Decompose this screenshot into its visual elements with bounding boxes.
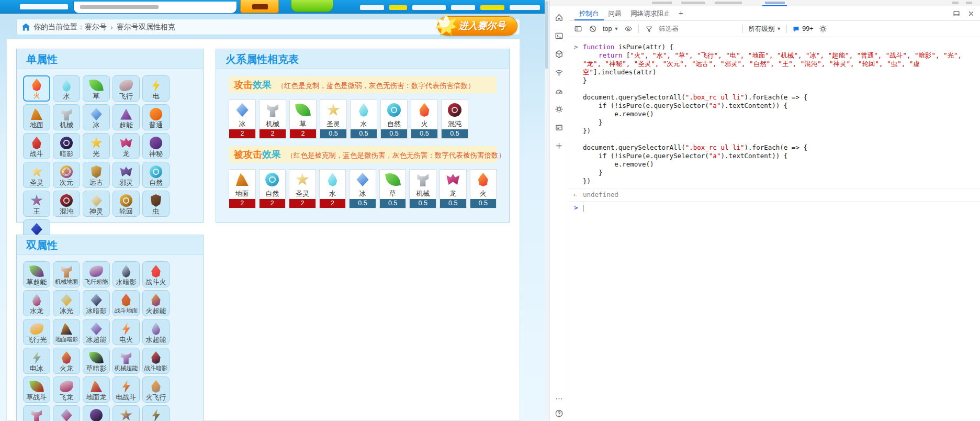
type-icon-wrap: [320, 100, 346, 120]
dual-type-tile[interactable]: 战斗地面: [112, 290, 140, 316]
single-type-tile[interactable]: 机械: [53, 104, 80, 130]
dual-type-tile[interactable]: 火超能: [142, 290, 170, 316]
nav-link-clipped[interactable]: [480, 5, 504, 10]
console-settings-gear-icon[interactable]: [818, 24, 828, 34]
dual-type-tile[interactable]: 水超能: [142, 319, 170, 345]
nav-link-clipped[interactable]: [412, 5, 446, 10]
single-type-tile[interactable]: 神灵: [83, 191, 110, 217]
single-type-tile[interactable]: 王: [23, 191, 50, 217]
type-label: 飞龙: [60, 393, 73, 401]
nav-link-clipped[interactable]: [360, 5, 384, 10]
3d-view-icon[interactable]: [555, 49, 564, 59]
dual-type-tile[interactable]: 冰光: [53, 290, 80, 316]
single-type-tile[interactable]: 飞行: [112, 75, 140, 102]
drawer-tab-inactive[interactable]: 问题: [604, 6, 626, 20]
single-type-tile[interactable]: 草: [83, 75, 110, 102]
dual-type-tile[interactable]: 战斗火: [142, 261, 170, 287]
dual-type-tile[interactable]: 冰超能: [83, 319, 110, 345]
help-icon[interactable]: [555, 408, 564, 418]
home-icon[interactable]: [555, 13, 564, 22]
dual-type-tile[interactable]: 神秘暗影: [83, 405, 110, 421]
dual-type-tile[interactable]: 电战斗: [112, 376, 140, 403]
nav-link-clipped[interactable]: [451, 5, 475, 10]
console-code-line: }): [583, 177, 976, 185]
dual-type-tile[interactable]: 电暗影: [142, 405, 170, 421]
console-icon[interactable]: [555, 31, 564, 40]
dual-type-tile[interactable]: 水龙: [23, 290, 50, 316]
drawer-tab-active[interactable]: 控制台: [575, 6, 604, 20]
single-type-tile[interactable]: 远古: [83, 162, 110, 188]
single-type-tile[interactable]: 虫: [142, 191, 170, 217]
type-label: 火: [470, 190, 497, 199]
dual-type-tile[interactable]: 冰龙: [53, 405, 80, 421]
type-label: 暗影: [60, 150, 73, 158]
single-type-tile[interactable]: 电: [142, 75, 170, 102]
dual-type-tile[interactable]: 电火: [112, 319, 140, 345]
single-type-tile[interactable]: 普通: [142, 104, 170, 130]
single-type-tile[interactable]: 暗影: [53, 133, 80, 159]
dual-type-tile[interactable]: 地面暗影: [53, 319, 80, 345]
console-sidebar-toggle-icon[interactable]: [573, 24, 583, 34]
dual-type-tile[interactable]: 地面龙: [83, 376, 110, 403]
dual-type-tile[interactable]: 机械龙: [23, 405, 50, 421]
log-level-selector[interactable]: 所有级别 ▼: [748, 25, 781, 34]
console-output[interactable]: > function isPure(attr) { return ["火", "…: [569, 37, 980, 421]
messages-badge[interactable]: 99+: [792, 25, 813, 33]
dual-type-tile[interactable]: 光神秘: [112, 405, 140, 421]
dual-type-tile[interactable]: 火龙: [53, 348, 80, 374]
storage-icon[interactable]: [555, 123, 564, 132]
network-icon[interactable]: [555, 68, 564, 77]
breadcrumb-link-seer[interactable]: 赛尔号: [85, 23, 107, 32]
nav-link-clipped[interactable]: [510, 5, 540, 10]
dual-type-tile[interactable]: 电冰: [23, 348, 50, 374]
single-type-tile[interactable]: 火: [23, 75, 50, 102]
dual-type-tile[interactable]: 机械地面: [53, 261, 80, 287]
single-type-tile[interactable]: 神秘: [142, 133, 170, 159]
close-icon[interactable]: [966, 9, 976, 18]
dual-type-tile[interactable]: 飞行光: [23, 319, 50, 345]
single-type-tile[interactable]: 光: [83, 133, 110, 159]
execution-context-selector[interactable]: top ▼: [603, 25, 618, 32]
single-type-tile[interactable]: 冰: [83, 104, 110, 130]
page-scrollbar[interactable]: [545, 0, 549, 421]
single-type-tile[interactable]: 轮回: [112, 191, 140, 217]
single-type-tile[interactable]: 龙: [112, 133, 140, 159]
filter-input[interactable]: [659, 25, 737, 32]
dual-type-tile[interactable]: 草超能: [23, 261, 50, 287]
search-button[interactable]: [240, 0, 279, 13]
console-prompt[interactable]: >: [569, 202, 980, 212]
type-label: 冰光: [60, 307, 73, 315]
search-input[interactable]: [73, 2, 237, 14]
single-type-tile[interactable]: 地面: [23, 104, 50, 130]
single-type-tile[interactable]: 水: [53, 75, 80, 102]
dual-type-tile[interactable]: 水暗影: [112, 261, 140, 287]
dual-type-tile[interactable]: 冰暗影: [83, 290, 110, 316]
nav-link-clipped[interactable]: [389, 5, 407, 10]
single-type-tile[interactable]: 战斗: [23, 133, 50, 159]
single-type-tile[interactable]: 超能: [112, 104, 140, 130]
enter-game-button[interactable]: 进入赛尔号: [437, 16, 517, 36]
single-type-tile[interactable]: 自然: [142, 162, 170, 188]
live-expression-eye-icon[interactable]: [624, 24, 633, 34]
settings-icon[interactable]: [555, 104, 564, 114]
undock-icon[interactable]: [952, 9, 961, 18]
add-tab-icon[interactable]: +: [675, 6, 688, 20]
dual-type-tile[interactable]: 草战斗: [23, 376, 50, 403]
more-icon[interactable]: [555, 394, 564, 403]
drawer-tab-inactive[interactable]: 网络请求阻止: [626, 6, 675, 20]
single-type-tile[interactable]: 邪灵: [112, 162, 140, 188]
performance-icon[interactable]: [555, 86, 564, 95]
single-type-tile[interactable]: 混沌: [53, 191, 80, 217]
dual-type-tile[interactable]: 飞龙: [53, 376, 80, 403]
single-type-tile[interactable]: 圣灵: [23, 162, 50, 188]
dual-type-tile[interactable]: 机械超能: [112, 348, 140, 374]
single-type-tile[interactable]: 次元: [53, 162, 80, 188]
add-icon[interactable]: [555, 141, 564, 150]
dual-type-tile[interactable]: 草暗影: [83, 348, 110, 374]
green-nav-button[interactable]: [291, 0, 333, 12]
dual-type-tile[interactable]: 战斗暗影: [142, 348, 170, 374]
clear-console-icon[interactable]: [588, 24, 598, 34]
dual-type-tile[interactable]: 火飞行: [142, 376, 170, 403]
dual-type-tile[interactable]: 飞行超能: [83, 261, 110, 287]
scrollbar-thumb[interactable]: [545, 1, 548, 69]
